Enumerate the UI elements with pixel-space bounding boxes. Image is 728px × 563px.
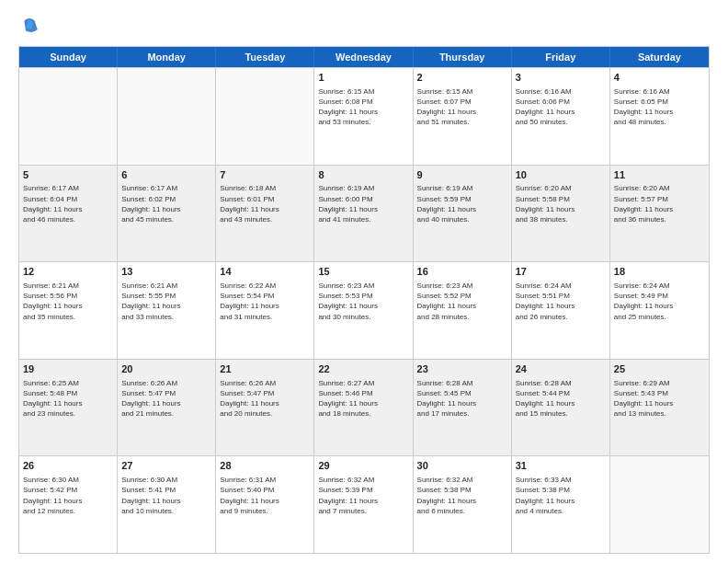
day-number: 27 <box>121 459 211 473</box>
cell-info: Sunrise: 6:21 AM Sunset: 5:55 PM Dayligh… <box>121 281 211 322</box>
cell-info: Sunrise: 6:22 AM Sunset: 5:54 PM Dayligh… <box>220 281 310 322</box>
day-header-monday: Monday <box>118 47 216 67</box>
day-number: 1 <box>318 71 408 85</box>
day-number: 20 <box>121 362 211 376</box>
day-number: 26 <box>23 459 113 473</box>
page: SundayMondayTuesdayWednesdayThursdayFrid… <box>0 0 728 563</box>
cal-cell-1-7: 4Sunrise: 6:16 AM Sunset: 6:05 PM Daylig… <box>610 68 709 165</box>
logo <box>18 15 44 37</box>
day-number: 11 <box>614 168 705 182</box>
cell-info: Sunrise: 6:30 AM Sunset: 5:41 PM Dayligh… <box>121 475 211 516</box>
header <box>18 15 710 37</box>
cell-info: Sunrise: 6:18 AM Sunset: 6:01 PM Dayligh… <box>220 183 310 224</box>
cell-info: Sunrise: 6:29 AM Sunset: 5:43 PM Dayligh… <box>614 378 705 419</box>
day-number: 9 <box>417 168 507 182</box>
day-number: 12 <box>23 265 113 279</box>
cal-cell-1-2 <box>118 68 216 165</box>
day-number: 22 <box>318 362 408 376</box>
cell-info: Sunrise: 6:17 AM Sunset: 6:04 PM Dayligh… <box>23 183 113 224</box>
cal-cell-5-5: 30Sunrise: 6:32 AM Sunset: 5:38 PM Dayli… <box>414 456 512 553</box>
day-number: 29 <box>318 459 408 473</box>
calendar: SundayMondayTuesdayWednesdayThursdayFrid… <box>18 46 710 554</box>
cal-cell-3-4: 15Sunrise: 6:23 AM Sunset: 5:53 PM Dayli… <box>314 262 413 359</box>
cell-info: Sunrise: 6:26 AM Sunset: 5:47 PM Dayligh… <box>121 378 211 419</box>
day-number: 13 <box>121 265 211 279</box>
cal-cell-1-1 <box>19 68 118 165</box>
day-number: 28 <box>220 459 310 473</box>
day-number: 24 <box>516 362 606 376</box>
cell-info: Sunrise: 6:19 AM Sunset: 6:00 PM Dayligh… <box>318 183 408 224</box>
cell-info: Sunrise: 6:24 AM Sunset: 5:49 PM Dayligh… <box>614 281 705 322</box>
cell-info: Sunrise: 6:24 AM Sunset: 5:51 PM Dayligh… <box>516 281 606 322</box>
cal-cell-3-3: 14Sunrise: 6:22 AM Sunset: 5:54 PM Dayli… <box>216 262 314 359</box>
cal-cell-4-2: 20Sunrise: 6:26 AM Sunset: 5:47 PM Dayli… <box>118 360 216 456</box>
cal-cell-2-6: 10Sunrise: 6:20 AM Sunset: 5:58 PM Dayli… <box>512 166 610 262</box>
cell-info: Sunrise: 6:20 AM Sunset: 5:58 PM Dayligh… <box>516 183 606 224</box>
day-header-wednesday: Wednesday <box>314 47 413 67</box>
cal-cell-2-3: 7Sunrise: 6:18 AM Sunset: 6:01 PM Daylig… <box>216 166 314 262</box>
cell-info: Sunrise: 6:19 AM Sunset: 5:59 PM Dayligh… <box>417 183 507 224</box>
cal-cell-5-6: 31Sunrise: 6:33 AM Sunset: 5:38 PM Dayli… <box>512 456 610 553</box>
calendar-week-1: 1Sunrise: 6:15 AM Sunset: 6:08 PM Daylig… <box>19 67 709 165</box>
logo-icon <box>18 15 40 37</box>
cal-cell-4-3: 21Sunrise: 6:26 AM Sunset: 5:47 PM Dayli… <box>216 360 314 456</box>
cal-cell-3-1: 12Sunrise: 6:21 AM Sunset: 5:56 PM Dayli… <box>19 262 118 359</box>
day-number: 2 <box>417 71 507 85</box>
cell-info: Sunrise: 6:33 AM Sunset: 5:38 PM Dayligh… <box>516 475 606 516</box>
calendar-week-5: 26Sunrise: 6:30 AM Sunset: 5:42 PM Dayli… <box>19 455 709 553</box>
cal-cell-1-3 <box>216 68 314 165</box>
cell-info: Sunrise: 6:27 AM Sunset: 5:46 PM Dayligh… <box>318 378 408 419</box>
calendar-week-3: 12Sunrise: 6:21 AM Sunset: 5:56 PM Dayli… <box>19 261 709 359</box>
cell-info: Sunrise: 6:21 AM Sunset: 5:56 PM Dayligh… <box>23 281 113 322</box>
cell-info: Sunrise: 6:17 AM Sunset: 6:02 PM Dayligh… <box>121 183 211 224</box>
day-number: 14 <box>220 265 310 279</box>
day-header-tuesday: Tuesday <box>216 47 314 67</box>
cal-cell-4-5: 23Sunrise: 6:28 AM Sunset: 5:45 PM Dayli… <box>414 360 512 456</box>
day-number: 15 <box>318 265 408 279</box>
day-header-sunday: Sunday <box>19 47 118 67</box>
day-number: 6 <box>121 168 211 182</box>
cell-info: Sunrise: 6:15 AM Sunset: 6:08 PM Dayligh… <box>318 86 408 128</box>
cal-cell-4-7: 25Sunrise: 6:29 AM Sunset: 5:43 PM Dayli… <box>610 360 709 456</box>
cal-cell-4-4: 22Sunrise: 6:27 AM Sunset: 5:46 PM Dayli… <box>314 360 413 456</box>
cal-cell-2-4: 8Sunrise: 6:19 AM Sunset: 6:00 PM Daylig… <box>314 166 413 262</box>
cell-info: Sunrise: 6:16 AM Sunset: 6:06 PM Dayligh… <box>516 86 606 128</box>
cal-cell-1-4: 1Sunrise: 6:15 AM Sunset: 6:08 PM Daylig… <box>314 68 413 165</box>
day-number: 25 <box>614 362 705 376</box>
cal-cell-5-2: 27Sunrise: 6:30 AM Sunset: 5:41 PM Dayli… <box>118 456 216 553</box>
cal-cell-4-6: 24Sunrise: 6:28 AM Sunset: 5:44 PM Dayli… <box>512 360 610 456</box>
cell-info: Sunrise: 6:25 AM Sunset: 5:48 PM Dayligh… <box>23 378 113 419</box>
day-number: 8 <box>318 168 408 182</box>
day-header-friday: Friday <box>512 47 610 67</box>
cal-cell-3-2: 13Sunrise: 6:21 AM Sunset: 5:55 PM Dayli… <box>118 262 216 359</box>
day-number: 19 <box>23 362 113 376</box>
cell-info: Sunrise: 6:30 AM Sunset: 5:42 PM Dayligh… <box>23 475 113 516</box>
cal-cell-5-3: 28Sunrise: 6:31 AM Sunset: 5:40 PM Dayli… <box>216 456 314 553</box>
cell-info: Sunrise: 6:20 AM Sunset: 5:57 PM Dayligh… <box>614 183 705 224</box>
cell-info: Sunrise: 6:32 AM Sunset: 5:38 PM Dayligh… <box>417 475 507 516</box>
cell-info: Sunrise: 6:23 AM Sunset: 5:52 PM Dayligh… <box>417 281 507 322</box>
day-number: 23 <box>417 362 507 376</box>
cell-info: Sunrise: 6:23 AM Sunset: 5:53 PM Dayligh… <box>318 281 408 322</box>
day-header-thursday: Thursday <box>414 47 512 67</box>
day-number: 3 <box>516 71 606 85</box>
calendar-body: 1Sunrise: 6:15 AM Sunset: 6:08 PM Daylig… <box>19 67 709 553</box>
cal-cell-2-5: 9Sunrise: 6:19 AM Sunset: 5:59 PM Daylig… <box>414 166 512 262</box>
day-number: 16 <box>417 265 507 279</box>
cal-cell-5-1: 26Sunrise: 6:30 AM Sunset: 5:42 PM Dayli… <box>19 456 118 553</box>
day-number: 21 <box>220 362 310 376</box>
cal-cell-2-2: 6Sunrise: 6:17 AM Sunset: 6:02 PM Daylig… <box>118 166 216 262</box>
cell-info: Sunrise: 6:31 AM Sunset: 5:40 PM Dayligh… <box>220 475 310 516</box>
day-number: 18 <box>614 265 705 279</box>
day-number: 30 <box>417 459 507 473</box>
cal-cell-1-6: 3Sunrise: 6:16 AM Sunset: 6:06 PM Daylig… <box>512 68 610 165</box>
calendar-week-2: 5Sunrise: 6:17 AM Sunset: 6:04 PM Daylig… <box>19 165 709 262</box>
cal-cell-3-7: 18Sunrise: 6:24 AM Sunset: 5:49 PM Dayli… <box>610 262 709 359</box>
cell-info: Sunrise: 6:15 AM Sunset: 6:07 PM Dayligh… <box>417 86 507 128</box>
cal-cell-4-1: 19Sunrise: 6:25 AM Sunset: 5:48 PM Dayli… <box>19 360 118 456</box>
day-header-saturday: Saturday <box>610 47 709 67</box>
calendar-header-row: SundayMondayTuesdayWednesdayThursdayFrid… <box>19 47 709 67</box>
cell-info: Sunrise: 6:32 AM Sunset: 5:39 PM Dayligh… <box>318 475 408 516</box>
cell-info: Sunrise: 6:28 AM Sunset: 5:44 PM Dayligh… <box>516 378 606 419</box>
day-number: 17 <box>516 265 606 279</box>
